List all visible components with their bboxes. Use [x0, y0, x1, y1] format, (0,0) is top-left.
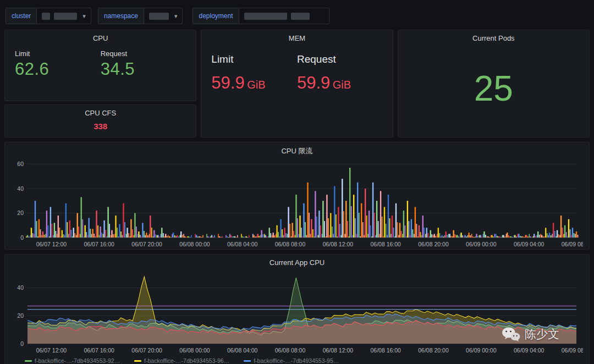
legend-item[interactable]: f-backoffice-…-7db4934553-92…	[25, 357, 120, 364]
cpu-cfs-value: 338	[5, 122, 196, 131]
mem-request-stat: Request 59.9 GiB	[297, 53, 383, 93]
panel-cpu-throttle-title[interactable]: CPU 限流	[5, 142, 589, 156]
cpu-request-stat: Request 34.5	[101, 49, 186, 79]
panel-mem-title[interactable]: MEM	[201, 30, 392, 42]
svg-text:06/08 00:00: 06/08 00:00	[179, 241, 210, 247]
svg-text:06/08 20:00: 06/08 20:00	[418, 241, 449, 247]
variables-bar: cluster ▾ namespace ▾ deployment	[0, 0, 594, 30]
svg-text:06/07 20:00: 06/07 20:00	[131, 241, 162, 247]
deployment-select[interactable]	[239, 8, 329, 24]
svg-text:06/08 08:00: 06/08 08:00	[275, 347, 306, 354]
svg-text:06/07 12:00: 06/07 12:00	[36, 241, 67, 247]
panel-cpu: CPU Limit 62.6 Request 34.5	[4, 30, 196, 101]
svg-text:06/08 12:00: 06/08 12:00	[323, 241, 354, 247]
redacted-value	[291, 13, 310, 20]
svg-text:06/09 08:00: 06/09 08:00	[562, 347, 583, 354]
mem-request-label: Request	[297, 53, 383, 65]
svg-text:06/08 00:00: 06/08 00:00	[179, 347, 210, 354]
svg-text:20: 20	[17, 209, 24, 216]
mem-limit-value: 59.9 GiB	[211, 73, 297, 93]
chevron-down-icon: ▾	[82, 13, 86, 19]
namespace-filter-label: namespace	[98, 8, 144, 24]
cpu-request-label: Request	[101, 49, 186, 58]
svg-text:0: 0	[20, 340, 24, 347]
cpu-column: CPU Limit 62.6 Request 34.5 CPU CFS 338	[4, 30, 196, 137]
deployment-filter-label: deployment	[193, 8, 238, 24]
panel-cpu-throttle: CPU 限流 020406006/07 12:0006/07 16:0006/0…	[4, 142, 590, 250]
mem-stats: Limit 59.9 GiB Request 59.9 GiB	[201, 42, 392, 93]
namespace-filter: namespace ▾	[98, 8, 183, 24]
svg-text:06/08 16:00: 06/08 16:00	[370, 241, 401, 247]
panel-cpu-cfs: CPU CFS 338	[4, 104, 196, 137]
panel-app-cpu: Current App CPU 0204006/07 12:0006/07 16…	[4, 254, 590, 364]
svg-text:06/09 00:00: 06/09 00:00	[466, 347, 497, 354]
svg-text:06/07 20:00: 06/07 20:00	[131, 347, 162, 354]
panel-current-pods-title[interactable]: Current Pods	[398, 30, 589, 42]
mem-limit-stat: Limit 59.9 GiB	[211, 53, 297, 93]
cpu-limit-label: Limit	[15, 49, 101, 58]
svg-text:06/09 04:00: 06/09 04:00	[514, 241, 544, 247]
svg-text:06/08 04:00: 06/08 04:00	[227, 347, 258, 354]
svg-text:06/08 04:00: 06/08 04:00	[227, 241, 258, 247]
app-cpu-wrap: Current App CPU 0204006/07 12:0006/07 16…	[0, 250, 594, 364]
panel-mem: MEM Limit 59.9 GiB Request 59.9 GiB	[201, 30, 393, 137]
stats-row: CPU Limit 62.6 Request 34.5 CPU CFS 338	[0, 30, 594, 137]
svg-text:06/09 08:00: 06/09 08:00	[562, 241, 583, 247]
redacted-value	[149, 13, 169, 20]
svg-text:06/08 16:00: 06/08 16:00	[370, 347, 401, 354]
grafana-dashboard: cluster ▾ namespace ▾ deployment	[0, 0, 594, 364]
svg-text:40: 40	[17, 284, 24, 291]
legend-swatch	[244, 360, 251, 362]
svg-text:0: 0	[20, 234, 24, 241]
legend-label: f-backoffice-…-7db4934553-95…	[254, 357, 339, 364]
cpu-stats: Limit 62.6 Request 34.5	[5, 42, 196, 79]
mem-request-value: 59.9 GiB	[297, 73, 383, 93]
svg-text:40: 40	[17, 185, 24, 192]
app-cpu-legend[interactable]: f-backoffice-…-7db4934553-92…f-backoffic…	[5, 356, 589, 364]
svg-text:20: 20	[17, 312, 24, 319]
legend-swatch	[134, 360, 141, 362]
panel-current-pods: Current Pods 25	[398, 30, 590, 137]
redacted-value	[42, 13, 50, 20]
legend-label: f-backoffice-…-7db4934553-96…	[144, 357, 229, 364]
redacted-value	[244, 13, 287, 20]
mem-limit-label: Limit	[211, 53, 297, 65]
legend-label: f-backoffice-…-7db4934553-92…	[35, 357, 120, 364]
svg-text:06/08 20:00: 06/08 20:00	[418, 347, 449, 354]
legend-item[interactable]: f-backoffice-…-7db4934553-96…	[134, 357, 229, 364]
cpu-limit-value: 62.6	[15, 59, 101, 79]
chevron-down-icon: ▾	[174, 13, 178, 19]
svg-text:06/07 16:00: 06/07 16:00	[84, 241, 114, 247]
cpu-throttle-wrap: CPU 限流 020406006/07 12:0006/07 16:0006/0…	[0, 137, 594, 250]
redacted-value	[54, 13, 77, 20]
cluster-select[interactable]: ▾	[36, 8, 91, 24]
cluster-filter: cluster ▾	[6, 8, 91, 24]
current-pods-value: 25	[474, 68, 513, 109]
deployment-filter: deployment	[193, 8, 329, 24]
cpu-throttle-chart[interactable]: 020406006/07 12:0006/07 16:0006/07 20:00…	[11, 157, 583, 250]
panel-cpu-cfs-title[interactable]: CPU CFS	[5, 105, 196, 117]
legend-item[interactable]: f-backoffice-…-7db4934553-95…	[244, 357, 339, 364]
svg-text:60: 60	[17, 161, 24, 167]
panel-app-cpu-title[interactable]: Current App CPU	[5, 255, 589, 267]
pods-body: 25	[398, 42, 589, 135]
svg-text:06/09 04:00: 06/09 04:00	[514, 347, 544, 354]
svg-text:06/07 16:00: 06/07 16:00	[84, 347, 114, 354]
svg-text:06/09 00:00: 06/09 00:00	[466, 241, 497, 247]
legend-swatch	[25, 360, 32, 362]
cpu-request-value: 34.5	[101, 59, 186, 79]
svg-text:06/08 12:00: 06/08 12:00	[323, 347, 354, 354]
app-cpu-chart[interactable]: 0204006/07 12:0006/07 16:0006/07 20:0006…	[11, 268, 583, 356]
cpu-limit-stat: Limit 62.6	[15, 49, 101, 79]
namespace-select[interactable]: ▾	[144, 8, 183, 24]
cluster-filter-label: cluster	[6, 8, 36, 24]
panel-cpu-title[interactable]: CPU	[5, 30, 196, 42]
svg-text:06/07 12:00: 06/07 12:00	[36, 347, 67, 354]
svg-text:06/08 08:00: 06/08 08:00	[275, 241, 306, 247]
